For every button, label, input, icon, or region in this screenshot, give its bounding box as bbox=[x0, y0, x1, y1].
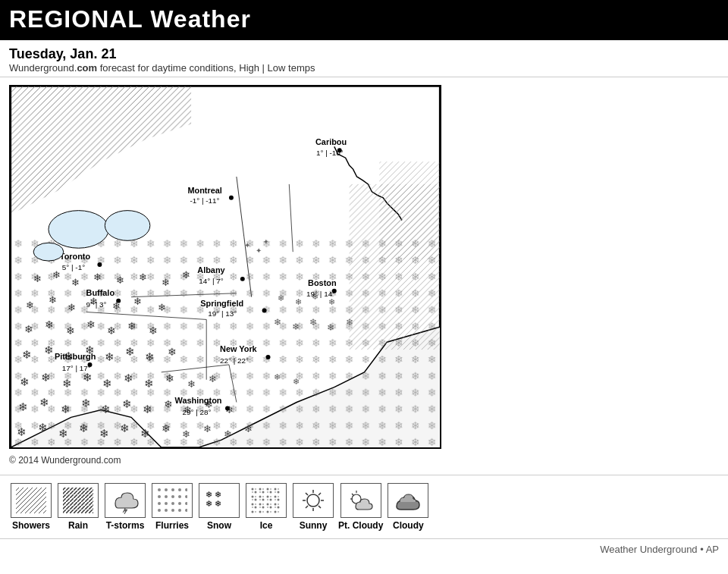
ptcloudy-label: Pt. Cloudy bbox=[338, 520, 383, 531]
legend-item-showers: Showers bbox=[9, 483, 53, 531]
ice-icon bbox=[246, 483, 287, 518]
svg-rect-133 bbox=[16, 488, 46, 513]
svg-text:1° | -10°: 1° | -10° bbox=[316, 149, 344, 157]
snow-icon: ❄ ❄ ❄ ❄ bbox=[199, 483, 240, 518]
svg-text:❄  ❄: ❄ ❄ bbox=[206, 490, 221, 499]
legend-item-ice: Ice bbox=[244, 483, 288, 531]
sunny-icon bbox=[293, 483, 334, 518]
svg-text:❄: ❄ bbox=[22, 349, 32, 361]
svg-rect-144 bbox=[251, 488, 281, 513]
ice-label: Ice bbox=[260, 520, 273, 531]
svg-text:❄: ❄ bbox=[162, 277, 170, 288]
legend-item-sunny: Sunny bbox=[291, 483, 335, 531]
svg-text:❄: ❄ bbox=[182, 269, 190, 281]
svg-text:❄: ❄ bbox=[33, 273, 42, 284]
svg-text:✦: ✦ bbox=[263, 238, 269, 246]
legend-item-ptcloudy: Pt. Cloudy bbox=[338, 483, 383, 531]
svg-text:Washington: Washington bbox=[175, 397, 222, 406]
map-svg: ❄ bbox=[11, 86, 440, 447]
svg-text:❄: ❄ bbox=[143, 404, 152, 416]
svg-text:❄: ❄ bbox=[93, 271, 102, 283]
svg-text:❄: ❄ bbox=[52, 269, 61, 281]
svg-text:❄  ❄: ❄ ❄ bbox=[206, 499, 221, 508]
legend-item-rain: Rain bbox=[56, 483, 100, 531]
svg-text:Buffalo: Buffalo bbox=[86, 288, 115, 297]
cloudy-icon bbox=[388, 483, 428, 518]
svg-text:❄: ❄ bbox=[20, 376, 30, 388]
svg-point-106 bbox=[240, 277, 245, 281]
svg-text:❄: ❄ bbox=[122, 399, 132, 411]
svg-text:❄: ❄ bbox=[293, 377, 300, 386]
legend-item-tstorms: T-storms bbox=[103, 483, 147, 531]
svg-text:❄: ❄ bbox=[274, 318, 281, 328]
svg-text:❄: ❄ bbox=[45, 319, 54, 331]
tstorms-icon bbox=[105, 483, 146, 518]
svg-text:❄: ❄ bbox=[124, 372, 133, 384]
svg-text:❄: ❄ bbox=[83, 372, 93, 384]
svg-text:✦: ✦ bbox=[244, 241, 250, 249]
svg-text:❄: ❄ bbox=[101, 404, 111, 416]
rain-icon bbox=[58, 483, 99, 518]
svg-text:❄: ❄ bbox=[86, 319, 96, 331]
svg-point-121 bbox=[266, 355, 271, 359]
svg-text:14° | 7°: 14° | 7° bbox=[199, 277, 224, 285]
svg-text:Albany: Albany bbox=[197, 265, 224, 274]
svg-text:❄: ❄ bbox=[224, 428, 232, 440]
svg-text:❄: ❄ bbox=[120, 422, 130, 434]
legend-item-flurries: Flurries bbox=[150, 483, 194, 531]
svg-text:❄: ❄ bbox=[116, 274, 124, 286]
svg-line-151 bbox=[318, 506, 321, 508]
svg-line-150 bbox=[306, 493, 308, 495]
svg-point-129 bbox=[33, 243, 64, 261]
svg-text:❄: ❄ bbox=[144, 378, 154, 390]
svg-rect-135 bbox=[63, 488, 93, 513]
svg-text:Boston: Boston bbox=[308, 278, 337, 287]
svg-text:19° | 14°: 19° | 14° bbox=[306, 290, 335, 298]
svg-text:❄: ❄ bbox=[162, 422, 171, 434]
svg-text:❄: ❄ bbox=[71, 277, 80, 288]
svg-text:❄: ❄ bbox=[182, 428, 190, 440]
svg-text:22° | 22°: 22° | 22° bbox=[220, 356, 249, 365]
subheader: Tuesday, Jan. 21 Wunderground.com foreca… bbox=[0, 40, 728, 77]
svg-text:❄: ❄ bbox=[127, 320, 136, 332]
svg-rect-131 bbox=[379, 162, 439, 259]
svg-text:❄: ❄ bbox=[24, 323, 33, 335]
svg-text:Toronto: Toronto bbox=[60, 252, 91, 261]
svg-text:❄: ❄ bbox=[209, 373, 217, 384]
snow-label: Snow bbox=[207, 520, 231, 531]
svg-text:❄: ❄ bbox=[327, 322, 334, 333]
svg-text:❄: ❄ bbox=[39, 397, 49, 409]
svg-text:❄: ❄ bbox=[41, 372, 51, 384]
svg-text:❄: ❄ bbox=[149, 325, 158, 337]
flurries-icon bbox=[152, 483, 193, 518]
svg-text:Montreal: Montreal bbox=[187, 186, 221, 195]
svg-text:❄: ❄ bbox=[67, 302, 76, 313]
svg-text:❄: ❄ bbox=[62, 378, 72, 390]
page-header: REGIONAL Weather bbox=[0, 0, 728, 40]
showers-icon bbox=[11, 483, 52, 518]
svg-text:❄: ❄ bbox=[278, 293, 284, 303]
ptcloudy-icon bbox=[340, 483, 381, 518]
svg-text:❄: ❄ bbox=[295, 297, 302, 306]
legend-item-cloudy: Cloudy bbox=[386, 483, 430, 531]
svg-point-124 bbox=[225, 406, 230, 411]
svg-text:❄: ❄ bbox=[165, 372, 174, 384]
svg-text:❄: ❄ bbox=[140, 428, 150, 440]
svg-point-145 bbox=[307, 494, 319, 507]
svg-text:❄: ❄ bbox=[105, 351, 115, 363]
svg-text:❄: ❄ bbox=[244, 423, 253, 434]
svg-text:❄: ❄ bbox=[44, 344, 54, 356]
svg-text:5° | -1°: 5° | -1° bbox=[62, 263, 85, 271]
svg-text:❄: ❄ bbox=[99, 428, 109, 440]
svg-text:❄: ❄ bbox=[203, 423, 212, 434]
svg-text:❄: ❄ bbox=[309, 318, 317, 328]
svg-point-109 bbox=[116, 299, 121, 303]
svg-text:❄: ❄ bbox=[102, 378, 112, 390]
svg-text:❄: ❄ bbox=[49, 294, 57, 306]
svg-text:❄: ❄ bbox=[274, 372, 281, 381]
svg-text:9° | 3°: 9° | 3° bbox=[86, 300, 107, 309]
svg-text:❄: ❄ bbox=[139, 271, 147, 283]
svg-text:New York: New York bbox=[220, 344, 258, 353]
svg-text:❄: ❄ bbox=[79, 422, 89, 434]
copyright-label: © 2014 Wunderground.com bbox=[0, 453, 728, 472]
